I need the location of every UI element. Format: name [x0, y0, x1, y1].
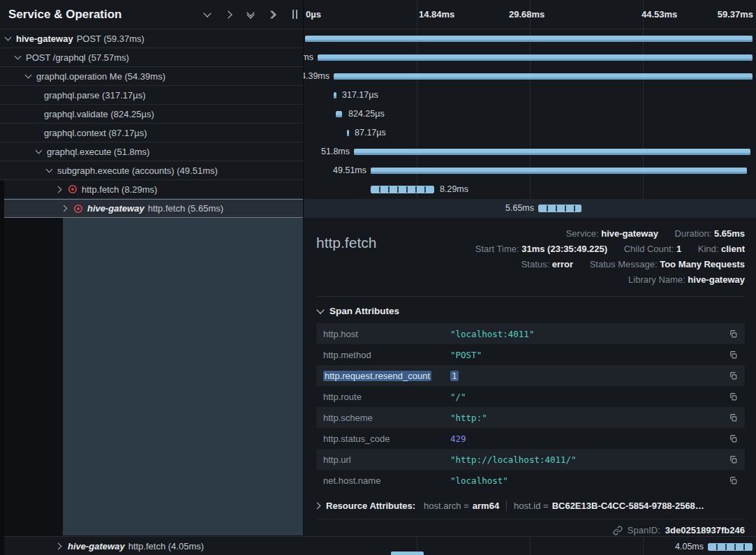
attribute-row: http.host "localhost:4011"	[316, 323, 745, 344]
span-bar[interactable]	[336, 111, 342, 117]
meta-value: hive-gateway	[688, 274, 745, 285]
span-meta: Service: hive-gateway Duration: 5.65ms S…	[475, 226, 745, 288]
span-label: graphql.parse (317.17µs)	[44, 90, 146, 101]
copy-icon[interactable]	[729, 330, 738, 339]
tree-row-post-graphql[interactable]: POST /graphql (57.57ms)	[0, 48, 303, 67]
meta-label: Service:	[566, 228, 599, 239]
resource-value: BC62E13B-C4CC-5854-9788-2568…	[552, 501, 704, 511]
ruler-tick: 0µs	[306, 9, 321, 20]
expand-one-icon[interactable]	[223, 9, 235, 20]
timeline-ruler: 0µs 14.84ms 29.68ms 44.53ms 59.37ms	[304, 0, 756, 29]
link-icon[interactable]	[613, 526, 623, 535]
meta-value: 31ms (23:35:49.225)	[521, 244, 607, 254]
ruler-tick: 14.84ms	[419, 9, 454, 20]
meta-label: Status:	[521, 259, 549, 269]
duration-label: 57.57ms	[304, 52, 313, 62]
expand-all-icon[interactable]	[267, 9, 278, 20]
span-bar[interactable]	[334, 73, 753, 80]
copy-icon[interactable]	[729, 371, 738, 380]
resource-attributes-toggle[interactable]: Resource Attributes: host.arch = arm64 h…	[316, 501, 745, 511]
timeline-row-selected: 5.65ms	[304, 199, 756, 218]
span-bar[interactable]	[708, 543, 753, 551]
pane-resize-handle[interactable]	[292, 10, 297, 19]
chevron-down-icon[interactable]	[26, 75, 36, 77]
attribute-row: http.method "POST"	[316, 344, 745, 365]
span-bar[interactable]	[538, 205, 581, 212]
copy-icon[interactable]	[729, 476, 738, 485]
span-bar[interactable]	[354, 149, 750, 155]
copy-icon[interactable]	[729, 350, 738, 360]
error-icon	[73, 204, 83, 214]
tree-lower-area	[0, 218, 304, 536]
timeline-row	[304, 29, 756, 48]
chevron-right-icon[interactable]	[57, 544, 68, 549]
tree-row-graphql-operation[interactable]: graphql.operation Me (54.39ms)	[0, 67, 303, 86]
tree-row-graphql-context[interactable]: graphql.context (87.17µs)	[0, 124, 303, 142]
meta-value: Too Many Requests	[660, 259, 745, 269]
span-label: http.fetch (8.29ms)	[82, 184, 157, 195]
attribute-value: "localhost:4011"	[450, 329, 534, 339]
duration-label: 824.25µs	[348, 109, 385, 119]
meta-label: Kind:	[698, 244, 719, 254]
span-bar[interactable]	[371, 186, 434, 193]
copy-icon[interactable]	[729, 434, 738, 443]
ruler-tick: 29.68ms	[509, 9, 544, 20]
tree-row-graphql-execute[interactable]: graphql.execute (51.8ms)	[0, 142, 303, 161]
meta-value: client	[721, 244, 745, 254]
meta-value: 1	[676, 244, 681, 254]
span-bar[interactable]	[318, 54, 753, 61]
collapse-one-icon[interactable]	[202, 9, 213, 20]
chevron-right-icon[interactable]	[57, 187, 68, 192]
meta-line: Library Name: hive-gateway	[475, 272, 745, 288]
chevron-right-icon[interactable]	[63, 206, 73, 211]
attribute-value: "http:"	[450, 413, 487, 423]
tree-row-subgraph-execute[interactable]: subgraph.execute (accounts) (49.51ms)	[0, 161, 303, 180]
span-attributes-toggle[interactable]: Span Attributes	[318, 306, 745, 316]
span-label: POST /graphql (57.57ms)	[26, 52, 129, 63]
span-label: POST (59.37ms)	[77, 34, 144, 44]
timeline-row-bottom: 4.05ms	[304, 536, 756, 555]
span-bar[interactable]	[334, 92, 336, 98]
span-id-label: SpanID:	[628, 525, 660, 535]
attribute-value: 1	[450, 371, 459, 381]
duration-label: 4.05ms	[675, 542, 704, 552]
tree-row-http-fetch-selected[interactable]: hive-gateway http.fetch (5.65ms)	[0, 199, 303, 218]
attribute-row: http.scheme "http:"	[316, 407, 745, 428]
trace-viewer: Service & Operation hive-gateway POST (5…	[0, 0, 756, 555]
span-bar[interactable]	[305, 36, 753, 42]
copy-icon[interactable]	[729, 413, 738, 422]
span-service: hive-gateway	[87, 203, 144, 214]
attribute-key: http.route	[323, 392, 450, 402]
attribute-key: http.method	[323, 350, 450, 360]
copy-icon[interactable]	[729, 392, 738, 401]
copy-icon[interactable]	[729, 455, 738, 464]
tree-row-graphql-validate[interactable]: graphql.validate (824.25µs)	[0, 105, 303, 124]
chevron-down-icon[interactable]	[36, 150, 47, 153]
span-detail-panel: http.fetch Service: hive-gateway Duratio…	[304, 218, 756, 536]
attribute-row-highlighted: http.request.resend_count 1	[316, 365, 745, 386]
error-icon	[68, 184, 77, 194]
duration-label: 49.51ms	[333, 165, 366, 175]
tree-row-http-fetch-8ms[interactable]: http.fetch (8.29ms)	[0, 180, 303, 199]
collapse-all-icon[interactable]	[245, 9, 256, 20]
span-bar[interactable]	[371, 168, 747, 174]
attribute-row: http.status_code 429	[316, 428, 745, 449]
duration-label: 317.17µs	[342, 90, 378, 100]
timeline-row: 51.8ms	[304, 142, 756, 161]
meta-label: Child Count:	[624, 244, 674, 254]
span-id-value: 3de02518937fb246	[665, 525, 745, 535]
divider	[316, 296, 745, 297]
chevron-down-icon[interactable]	[47, 169, 57, 172]
span-bar[interactable]	[347, 130, 349, 136]
chevron-down-icon[interactable]	[6, 37, 16, 40]
attribute-row: http.url "http://localhost:4011/"	[316, 449, 745, 470]
attribute-key: http.status_code	[323, 434, 450, 444]
tree-row-graphql-parse[interactable]: graphql.parse (317.17µs)	[0, 86, 303, 105]
chevron-down-icon[interactable]	[15, 56, 26, 59]
span-service: hive-gateway	[16, 34, 73, 44]
attribute-row: http.route "/"	[316, 386, 745, 407]
tree-row-root-post[interactable]: hive-gateway POST (59.37ms)	[0, 29, 303, 48]
tree-row-http-fetch-4ms[interactable]: hive-gateway http.fetch (4.05ms)	[0, 536, 304, 555]
meta-line: Status: error Status Message: Too Many R…	[475, 257, 745, 272]
timeline-rows: 57.57ms 54.39ms 317.17µs 824.25µs 87.17µ…	[304, 29, 756, 218]
